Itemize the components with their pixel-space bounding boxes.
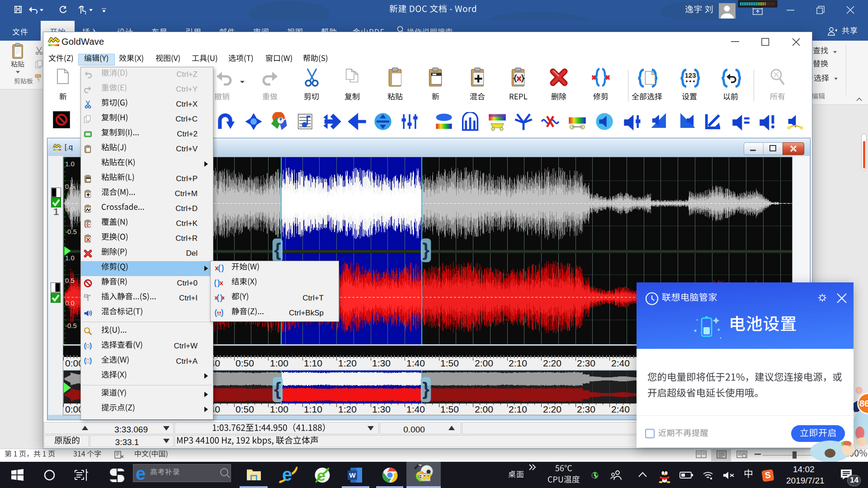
svg-text:}: } [422, 379, 429, 399]
svg-text:W: W [349, 471, 356, 479]
svg-text:0:50: 0:50 [236, 404, 254, 414]
svg-text:1:10: 1:10 [304, 404, 322, 414]
svg-text:{: { [274, 379, 281, 399]
svg-text:1:40: 1:40 [406, 358, 425, 368]
svg-text:2:30: 2:30 [577, 404, 595, 414]
svg-text:{: { [274, 240, 281, 260]
svg-text:2:20: 2:20 [543, 404, 561, 414]
svg-text:2:20: 2:20 [543, 358, 561, 368]
svg-text:1:40: 1:40 [406, 404, 425, 414]
svg-text:2:40: 2:40 [611, 404, 630, 414]
svg-text:1:20: 1:20 [338, 404, 357, 414]
svg-text:0:50: 0:50 [236, 358, 254, 368]
svg-text:2:30: 2:30 [577, 358, 595, 368]
svg-text:1:20: 1:20 [338, 358, 357, 368]
svg-text:1:00: 1:00 [270, 358, 288, 368]
svg-text:2:40: 2:40 [611, 358, 630, 368]
svg-text:2:00: 2:00 [475, 404, 493, 414]
svg-text:1:00: 1:00 [270, 404, 288, 414]
svg-text:2:00: 2:00 [475, 358, 493, 368]
svg-text:123: 123 [684, 71, 696, 79]
svg-text:1:30: 1:30 [372, 358, 391, 368]
svg-text:2:10: 2:10 [509, 404, 527, 414]
svg-text:e: e [317, 467, 326, 483]
svg-text:1:30: 1:30 [372, 404, 391, 414]
svg-text:1:10: 1:10 [304, 358, 322, 368]
svg-text:}: } [422, 240, 429, 260]
svg-text:1:50: 1:50 [440, 358, 459, 368]
svg-text:1:50: 1:50 [440, 404, 459, 414]
svg-text:2:10: 2:10 [509, 358, 527, 368]
